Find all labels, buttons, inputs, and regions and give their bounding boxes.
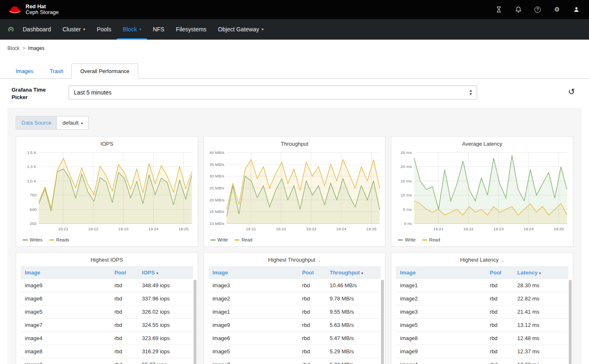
nav-item-dashboard[interactable]: Dashboard [17,19,57,40]
column-header-image[interactable]: Image [208,266,298,279]
time-picker-value: Last 5 minutes [74,89,111,96]
hourglass-icon[interactable] [495,6,502,13]
time-picker-label: Grafana Time Picker [12,85,55,101]
table-scrollbar[interactable] [569,279,572,364]
table-card-highest-throughput: Highest Throughput⌄ ImagePoolThroughput … [203,252,386,364]
column-header-pool[interactable]: Pool [298,266,326,279]
table-cell: image5 [208,345,298,358]
legend-item-reads[interactable]: Reads [49,237,69,242]
chart-card-latency: Average Latency 0 ns5 ms10 ms15 ms20 ms2… [391,136,573,247]
nav-item-object-gateway[interactable]: Object Gateway▾ [212,19,269,40]
chevron-down-icon: ⌄ [318,258,321,262]
legend-item-write[interactable]: Write [211,237,228,242]
table-cell: image3 [396,305,485,319]
table-cell: 12.26 ms [513,358,568,364]
legend-item-write[interactable]: Write [398,237,415,242]
legend-item-writes[interactable]: Writes [23,237,43,242]
column-header-image[interactable]: Image [396,266,485,279]
table-cell: image6 [21,292,110,305]
scrollbar-thumb[interactable] [569,280,572,364]
sort-caret-icon: ▾ [156,271,158,275]
tab-trash[interactable]: Trash [42,64,72,78]
chevron-down-icon: ▾ [140,27,142,31]
table-cell: rbd [110,292,138,305]
table-cell: image5 [396,319,485,332]
datasource-button[interactable]: Data Source [16,116,57,130]
table-cell: rbd [298,332,326,345]
legend-swatch [23,239,28,241]
scrollbar-thumb[interactable] [381,280,384,364]
legend-item-read[interactable]: Read [234,237,252,242]
svg-text:19:23: 19:23 [494,227,504,231]
table-cell: 9.55 MB/s [326,305,381,319]
legend-swatch [49,239,54,241]
column-header-throughput[interactable]: Throughput ▾ [326,266,381,279]
legend-swatch [211,239,215,241]
table-header-row: ImagePoolLatency ▾ [396,266,568,279]
table-row: image2rbd22.82 ms [396,292,568,305]
svg-text:5 ms: 5 ms [403,207,412,212]
column-header-iops[interactable]: IOPS ▾ [138,266,193,279]
gear-icon[interactable]: ⚙ [554,6,561,13]
table-cell: 22.82 ms [513,292,568,305]
brand-line1: Red Hat [26,4,59,9]
user-icon[interactable] [573,6,580,13]
svg-text:19:24: 19:24 [148,227,158,231]
table-card-highest-iops: Highest IOPS⌄ ImagePoolIOPS ▾image9rbd34… [16,252,198,364]
svg-text:19:23: 19:23 [306,227,316,231]
datasource-value-button[interactable]: default▾ [57,116,89,130]
table-row: image9rbd348.49 iops [21,279,193,292]
tab-images[interactable]: Images [7,64,42,78]
breadcrumb-block[interactable]: Block [7,45,19,51]
nav-item-pools[interactable]: Pools [91,19,117,40]
legend-swatch [398,239,403,241]
table-cell: 323.69 iops [138,332,193,345]
nav-item-label: Object Gateway [218,26,259,33]
column-header-pool[interactable]: Pool [486,266,513,279]
scrollbar-thumb[interactable] [194,280,196,364]
bell-icon[interactable] [515,6,522,13]
highest-latency-table: ImagePoolLatency ▾image1rbd28.30 msimage… [396,266,568,364]
column-header-pool[interactable]: Pool [110,266,138,279]
svg-text:15 ms: 15 ms [401,179,412,183]
sort-caret-icon: ▾ [361,271,363,275]
table-cell: rbd [110,319,138,332]
column-header-image[interactable]: Image [21,266,110,279]
nav-item-block[interactable]: Block▾ [117,19,147,40]
refresh-button[interactable]: ↺ [568,85,575,96]
nav-item-nfs[interactable]: NFS [147,19,170,40]
help-icon[interactable]: ? [534,6,541,13]
datasource-value: default [62,120,78,126]
table-cell: 316.29 iops [138,345,193,358]
ceph-logo-icon [3,19,17,40]
nav-item-label: Filesystems [176,26,206,33]
table-row: image5rbd5.29 MB/s [208,345,381,358]
question-mark: ? [535,7,541,13]
legend-item-read[interactable]: Read [422,237,440,242]
chevron-down-icon: ⌄ [501,258,504,262]
table-cell: image9 [396,345,485,358]
chart-card-iops: IOPS 2505007501.0 K1.3 K1.5 K19:2119:221… [16,136,198,247]
table-cell: 326.02 iops [138,305,193,319]
grafana-time-picker-select[interactable]: Last 5 minutes [69,85,477,99]
table-cell: rbd [486,332,513,345]
svg-text:19:24: 19:24 [524,227,534,231]
svg-text:25 ms: 25 ms [401,150,412,155]
table-scrollbar[interactable] [381,279,384,364]
nav-items: DashboardCluster▾PoolsBlock▾NFSFilesyste… [17,19,269,40]
table-scrollbar[interactable] [194,279,196,364]
table-cell: 13.12 ms [513,319,568,332]
nav-item-filesystems[interactable]: Filesystems [170,19,212,40]
column-header-latency[interactable]: Latency ▾ [513,266,568,279]
table-cell: rbd [298,305,326,319]
nav-item-cluster[interactable]: Cluster▾ [57,19,91,40]
tab-overall-performance[interactable]: Overall Performance [71,64,138,79]
svg-text:20 MB/s: 20 MB/s [209,198,224,202]
chart-legend: WriteRead [204,236,386,246]
highest-iops-table: ImagePoolIOPS ▾image9rbd348.49 iopsimage… [21,266,193,364]
table-cell: rbd [486,319,513,332]
brand-line2: Ceph Storage [26,9,59,15]
table-title-text: Highest Latency [460,257,499,263]
svg-text:500: 500 [30,207,36,212]
tables-row: Highest IOPS⌄ ImagePoolIOPS ▾image9rbd34… [16,252,573,364]
